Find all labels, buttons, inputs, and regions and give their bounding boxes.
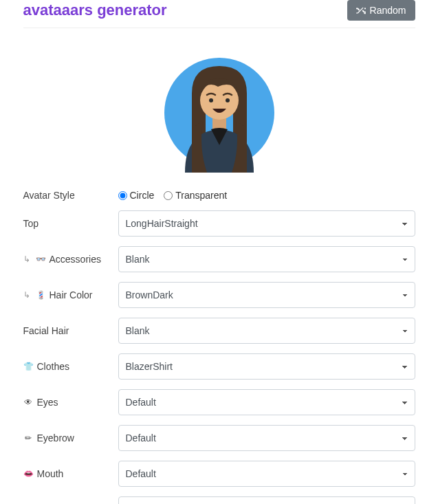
svg-point-2: [200, 81, 239, 120]
random-button[interactable]: Random: [347, 0, 415, 21]
avatar-style-label: Avatar Style: [23, 190, 118, 201]
mouth-label-text: Mouth: [37, 468, 64, 479]
hair-color-row: ↳💈Hair Color BrownDark: [23, 282, 415, 308]
top-row: Top LongHairStraight: [23, 210, 415, 237]
facial-hair-row: Facial Hair Blank: [23, 318, 415, 344]
indent-icon: ↳: [23, 290, 30, 300]
radio-transparent[interactable]: Transparent: [164, 190, 227, 201]
clothes-select[interactable]: BlazerShirt: [118, 353, 415, 380]
svg-point-4: [226, 98, 230, 102]
eyebrow-row: ✏Eyebrow Default: [23, 425, 415, 451]
mouth-label: 👄Mouth: [23, 468, 118, 479]
header: avataaars generator Random: [23, 0, 415, 28]
facial-hair-select[interactable]: Blank: [118, 318, 415, 344]
accessories-row: ↳👓Accessories Blank: [23, 246, 415, 272]
avatar-preview: [23, 52, 415, 173]
eye-icon: 👁: [23, 397, 33, 407]
eyes-label-text: Eyes: [37, 397, 58, 408]
eyes-label: 👁Eyes: [23, 397, 118, 408]
avatar-style-row: Avatar Style Circle Transparent: [23, 190, 415, 201]
skin-row: 🎨Skin Light: [23, 496, 415, 504]
skin-select[interactable]: Light: [118, 496, 415, 504]
eyes-row: 👁Eyes Default: [23, 389, 415, 415]
mouth-row: 👄Mouth Default: [23, 461, 415, 487]
clothes-label: 👕Clothes: [23, 361, 118, 372]
avatar-style-radio-group: Circle Transparent: [118, 190, 415, 201]
accessories-label-text: Accessories: [50, 254, 101, 265]
shuffle-icon: [356, 6, 366, 15]
random-button-label: Random: [370, 5, 406, 16]
top-label-text: Top: [23, 218, 39, 229]
facial-hair-label-text: Facial Hair: [23, 325, 69, 336]
eyebrow-label: ✏Eyebrow: [23, 432, 118, 443]
mouth-select[interactable]: Default: [118, 461, 415, 487]
radio-circle-input[interactable]: [118, 191, 127, 200]
barber-icon: 💈: [36, 290, 45, 300]
indent-icon: ↳: [23, 254, 30, 264]
radio-transparent-label: Transparent: [175, 190, 227, 201]
top-label: Top: [23, 218, 118, 229]
mouth-icon: 👄: [23, 469, 33, 479]
svg-point-3: [209, 98, 213, 102]
hair-color-label-text: Hair Color: [50, 289, 93, 300]
radio-circle-label: Circle: [130, 190, 155, 201]
hair-color-select[interactable]: BrownDark: [118, 282, 415, 308]
glasses-icon: 👓: [36, 254, 45, 264]
accessories-select[interactable]: Blank: [118, 246, 415, 272]
clothes-label-text: Clothes: [37, 361, 69, 372]
radio-circle[interactable]: Circle: [118, 190, 155, 201]
avatar-image: [164, 52, 274, 173]
hair-color-label: ↳💈Hair Color: [23, 289, 118, 300]
pencil-icon: ✏: [23, 433, 33, 443]
facial-hair-label: Facial Hair: [23, 325, 118, 336]
page-title: avataaars generator: [23, 1, 167, 19]
accessories-label: ↳👓Accessories: [23, 254, 118, 265]
eyebrow-label-text: Eyebrow: [37, 432, 74, 443]
radio-transparent-input[interactable]: [164, 191, 173, 200]
shirt-icon: 👕: [23, 362, 33, 371]
top-select[interactable]: LongHairStraight: [118, 210, 415, 237]
eyebrow-select[interactable]: Default: [118, 425, 415, 451]
eyes-select[interactable]: Default: [118, 389, 415, 415]
clothes-row: 👕Clothes BlazerShirt: [23, 353, 415, 380]
